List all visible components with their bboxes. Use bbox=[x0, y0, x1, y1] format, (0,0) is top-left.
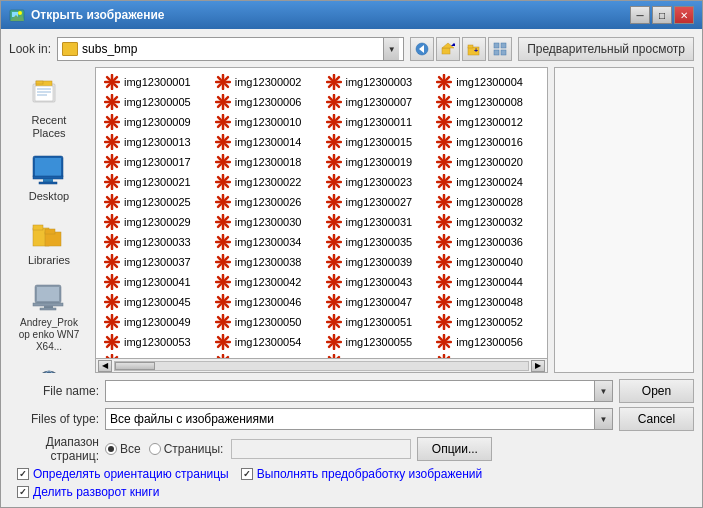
checkbox-preprocess[interactable]: Выполнять предобработку изображений bbox=[241, 467, 482, 481]
close-button[interactable]: ✕ bbox=[674, 6, 694, 24]
file-item[interactable]: img12300003 bbox=[322, 72, 433, 92]
file-name-text: img12300004 bbox=[456, 76, 523, 88]
folder-combobox[interactable]: subs_bmp ▼ bbox=[57, 37, 404, 61]
scroll-left-button[interactable]: ◀ bbox=[98, 360, 112, 372]
file-item[interactable]: img12300033 bbox=[100, 232, 211, 252]
file-item[interactable]: img12300004 bbox=[432, 72, 543, 92]
files-of-type-arrow[interactable]: ▼ bbox=[594, 409, 612, 429]
file-item[interactable]: img12300006 bbox=[211, 92, 322, 112]
file-item[interactable]: img12300052 bbox=[432, 312, 543, 332]
files-of-type-combobox[interactable]: Все файлы с изображениями ▼ bbox=[105, 408, 613, 430]
file-item[interactable]: img12300054 bbox=[211, 332, 322, 352]
radio-all[interactable]: Все bbox=[105, 442, 141, 456]
file-item[interactable]: img12300012 bbox=[432, 112, 543, 132]
nav-item-libraries[interactable]: Libraries bbox=[13, 211, 85, 272]
file-item[interactable]: img12300002 bbox=[211, 72, 322, 92]
file-item[interactable]: img12300034 bbox=[211, 232, 322, 252]
checkbox-split[interactable]: Делить разворот книги bbox=[17, 485, 159, 499]
file-item[interactable]: img12300026 bbox=[211, 192, 322, 212]
svg-line-271 bbox=[218, 204, 220, 206]
file-item[interactable]: img12300056 bbox=[432, 332, 543, 352]
file-item[interactable]: img12300035 bbox=[322, 232, 433, 252]
file-item[interactable]: img12300050 bbox=[211, 312, 322, 332]
svg-line-248 bbox=[336, 177, 338, 179]
file-item[interactable]: img12300031 bbox=[322, 212, 433, 232]
file-item[interactable]: img12300025 bbox=[100, 192, 211, 212]
back-button[interactable] bbox=[410, 37, 434, 61]
file-item[interactable]: img12300049 bbox=[100, 312, 211, 332]
file-item[interactable]: img12300027 bbox=[322, 192, 433, 212]
file-item[interactable]: img12300008 bbox=[432, 92, 543, 112]
cancel-button[interactable]: Cancel bbox=[619, 407, 694, 431]
file-item[interactable]: img12300032 bbox=[432, 212, 543, 232]
maximize-button[interactable]: □ bbox=[652, 6, 672, 24]
file-name-text: img12300048 bbox=[456, 296, 523, 308]
file-item[interactable]: img12300013 bbox=[100, 132, 211, 152]
file-item[interactable]: img12300046 bbox=[211, 292, 322, 312]
file-item[interactable]: img12300022 bbox=[211, 172, 322, 192]
file-icon bbox=[215, 114, 231, 130]
file-item[interactable]: img12300036 bbox=[432, 232, 543, 252]
nav-item-desktop[interactable]: Desktop bbox=[13, 147, 85, 208]
folder-combo-arrow[interactable]: ▼ bbox=[383, 38, 399, 60]
file-item[interactable]: img12300045 bbox=[100, 292, 211, 312]
file-item[interactable]: img12300016 bbox=[432, 132, 543, 152]
file-icon bbox=[104, 254, 120, 270]
file-item[interactable]: img12300007 bbox=[322, 92, 433, 112]
preview-button[interactable]: Предварительный просмотр bbox=[518, 37, 694, 61]
radio-pages[interactable]: Страницы: bbox=[149, 442, 224, 456]
file-item[interactable]: img12300048 bbox=[432, 292, 543, 312]
file-item[interactable]: img12300021 bbox=[100, 172, 211, 192]
svg-line-572 bbox=[336, 357, 338, 358]
nav-item-recent-places[interactable]: Recent Places bbox=[13, 71, 85, 145]
file-item[interactable]: img12300018 bbox=[211, 152, 322, 172]
file-item[interactable]: img12300039 bbox=[322, 252, 433, 272]
file-item[interactable]: img12300017 bbox=[100, 152, 211, 172]
open-button[interactable]: Open bbox=[619, 379, 694, 403]
file-item[interactable]: img12300023 bbox=[322, 172, 433, 192]
file-item[interactable]: img12300038 bbox=[211, 252, 322, 272]
page-range-input[interactable] bbox=[231, 439, 411, 459]
minimize-button[interactable]: ─ bbox=[630, 6, 650, 24]
file-item[interactable]: img12300028 bbox=[432, 192, 543, 212]
svg-line-172 bbox=[329, 144, 331, 146]
file-item[interactable]: img12300005 bbox=[100, 92, 211, 112]
horizontal-scrollbar[interactable]: ◀ ▶ bbox=[96, 358, 547, 372]
file-item[interactable]: img12300053 bbox=[100, 332, 211, 352]
file-item[interactable]: img12300041 bbox=[100, 272, 211, 292]
svg-line-395 bbox=[447, 264, 449, 266]
file-name-arrow[interactable]: ▼ bbox=[594, 381, 612, 401]
nav-item-network[interactable]: Network bbox=[13, 360, 85, 373]
view-menu-button[interactable] bbox=[488, 37, 512, 61]
svg-line-329 bbox=[447, 217, 449, 219]
file-item[interactable]: img12300055 bbox=[322, 332, 433, 352]
file-item[interactable]: img12300051 bbox=[322, 312, 433, 332]
file-item[interactable]: img12300019 bbox=[322, 152, 433, 172]
file-item[interactable]: img12300040 bbox=[432, 252, 543, 272]
file-item[interactable]: img12300043 bbox=[322, 272, 433, 292]
options-button[interactable]: Опции... bbox=[417, 437, 492, 461]
back-icon bbox=[415, 42, 429, 56]
file-item[interactable]: img12300030 bbox=[211, 212, 322, 232]
scroll-track[interactable] bbox=[114, 361, 529, 371]
file-item[interactable]: img12300047 bbox=[322, 292, 433, 312]
file-item[interactable]: img12300009 bbox=[100, 112, 211, 132]
file-item[interactable]: img12300024 bbox=[432, 172, 543, 192]
nav-item-computer[interactable]: Andrey_Prokop enko WN7X64... bbox=[13, 274, 85, 358]
file-item[interactable]: img12300001 bbox=[100, 72, 211, 92]
checkbox-orientation[interactable]: Определять ориентацию страницы bbox=[17, 467, 229, 481]
up-button[interactable] bbox=[436, 37, 460, 61]
file-item[interactable]: img12300015 bbox=[322, 132, 433, 152]
scroll-right-button[interactable]: ▶ bbox=[531, 360, 545, 372]
file-item[interactable]: img12300037 bbox=[100, 252, 211, 272]
file-item[interactable]: img12300044 bbox=[432, 272, 543, 292]
file-item[interactable]: img12300020 bbox=[432, 152, 543, 172]
file-item[interactable]: img12300010 bbox=[211, 112, 322, 132]
file-item[interactable]: img12300042 bbox=[211, 272, 322, 292]
new-folder-button[interactable]: + bbox=[462, 37, 486, 61]
file-name-input[interactable]: ▼ bbox=[105, 380, 613, 402]
file-item[interactable]: img12300014 bbox=[211, 132, 322, 152]
file-item[interactable]: img12300011 bbox=[322, 112, 433, 132]
scroll-thumb[interactable] bbox=[115, 362, 155, 370]
file-item[interactable]: img12300029 bbox=[100, 212, 211, 232]
